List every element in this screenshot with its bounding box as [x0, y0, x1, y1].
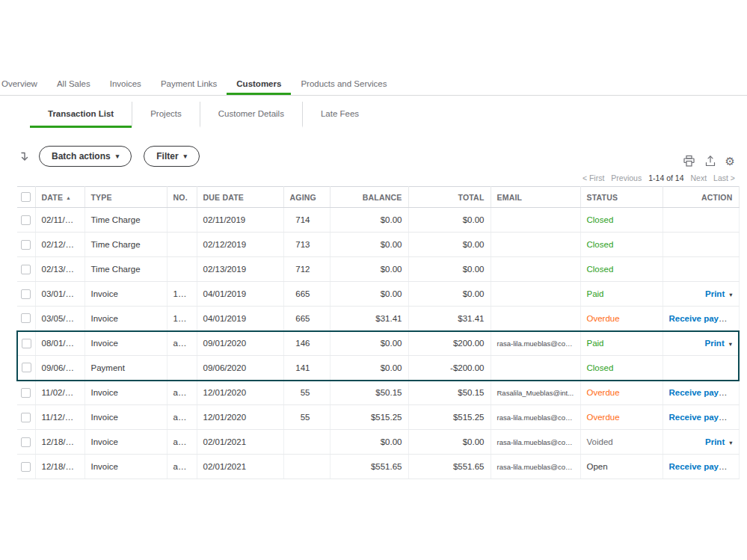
- cell-due-date: 02/12/2019: [197, 233, 283, 257]
- table-row[interactable]: 12/18/2020 Invoice abc94 02/01/2021 $551…: [17, 455, 739, 479]
- cell-date: 02/13/2019: [35, 257, 84, 282]
- printer-icon[interactable]: [683, 155, 695, 167]
- column-header-total[interactable]: TOTAL: [408, 187, 491, 208]
- cell-total: $50.15: [408, 381, 491, 405]
- table-row[interactable]: 11/12/2020 Invoice abc85 12/01/2020 55 $…: [17, 405, 739, 430]
- column-header-email[interactable]: EMAIL: [491, 187, 580, 208]
- chevron-down-icon[interactable]: ▾: [729, 439, 732, 446]
- row-action-link[interactable]: Receive payment: [669, 388, 740, 397]
- status-badge: Paid: [587, 289, 604, 298]
- cell-type: Payment: [84, 356, 167, 381]
- cell-balance: $0.00: [330, 233, 408, 257]
- select-all-checkbox[interactable]: [21, 192, 31, 202]
- cell-no: 12854: [167, 307, 197, 331]
- table-row[interactable]: 02/12/2019 Time Charge 02/12/2019 713 $0…: [17, 233, 739, 257]
- table-row[interactable]: 02/13/2019 Time Charge 02/13/2019 712 $0…: [17, 257, 739, 282]
- row-checkbox[interactable]: [21, 215, 31, 225]
- cell-balance: $0.00: [330, 331, 408, 356]
- batch-actions-button[interactable]: Batch actions ▾: [39, 146, 132, 167]
- row-checkbox[interactable]: [22, 339, 31, 348]
- pagination-range: 1-14 of 14: [648, 173, 683, 182]
- subtab-customer-details[interactable]: Customer Details: [200, 102, 302, 128]
- pagination-first[interactable]: < First: [582, 173, 604, 182]
- chevron-down-icon[interactable]: ▾: [729, 340, 732, 348]
- sort-direction-icon[interactable]: [18, 150, 30, 163]
- row-action-link[interactable]: Receive payment: [669, 413, 740, 422]
- customer-sub-nav: Transaction List Projects Customer Detai…: [30, 102, 377, 128]
- toolbar: Batch actions ▾ Filter ▾: [18, 146, 212, 167]
- row-action-link[interactable]: Receive payment: [669, 462, 740, 471]
- row-checkbox[interactable]: [21, 313, 31, 323]
- cell-type: Time Charge: [84, 208, 167, 233]
- chevron-down-icon: ▾: [184, 153, 188, 160]
- tab-products-and-services[interactable]: Products and Services: [291, 75, 396, 95]
- row-checkbox[interactable]: [21, 388, 31, 398]
- table-row[interactable]: 02/11/2019 Time Charge 02/11/2019 714 $0…: [17, 208, 739, 233]
- cell-date: 09/06/2020: [35, 356, 84, 381]
- subtab-transaction-list[interactable]: Transaction List: [30, 102, 132, 128]
- column-header-type[interactable]: TYPE: [84, 187, 167, 208]
- status-badge: Paid: [587, 339, 604, 348]
- cell-total: $0.00: [408, 233, 491, 257]
- cell-type: Invoice: [84, 430, 167, 455]
- chevron-down-icon[interactable]: ▾: [729, 291, 732, 298]
- pagination-last[interactable]: Last >: [713, 173, 735, 182]
- cell-total: $0.00: [408, 257, 491, 282]
- tab-all-sales[interactable]: All Sales: [47, 75, 100, 95]
- transactions-tbody: 02/11/2019 Time Charge 02/11/2019 714 $0…: [17, 208, 739, 479]
- filter-button[interactable]: Filter ▾: [144, 146, 200, 167]
- table-row[interactable]: 03/01/2019 Invoice 12848 04/01/2019 665 …: [17, 282, 739, 307]
- row-checkbox[interactable]: [21, 462, 31, 472]
- row-action-link[interactable]: Print: [705, 289, 725, 298]
- table-row[interactable]: 03/05/2019 Invoice 12854 04/01/2019 665 …: [17, 307, 739, 331]
- cell-type: Invoice: [84, 405, 167, 430]
- cell-aging: 665: [283, 307, 330, 331]
- cell-email: rasa-lila.mueblas@con...: [491, 430, 580, 455]
- pagination-previous[interactable]: Previous: [611, 173, 642, 182]
- cell-email: Rasalila_Mueblas@int...: [491, 381, 580, 405]
- table-header-row: DATE▲ TYPE NO. DUE DATE AGING BALANCE TO…: [17, 187, 739, 208]
- row-action-link[interactable]: Print: [705, 339, 725, 348]
- row-checkbox[interactable]: [21, 265, 31, 274]
- column-header-no[interactable]: NO.: [167, 187, 197, 208]
- row-action-link[interactable]: Print: [705, 437, 725, 446]
- pagination-next[interactable]: Next: [691, 173, 707, 182]
- transaction-table: DATE▲ TYPE NO. DUE DATE AGING BALANCE TO…: [16, 186, 740, 479]
- row-action-link[interactable]: Receive payment: [669, 314, 740, 323]
- row-checkbox[interactable]: [21, 289, 31, 299]
- column-header-status[interactable]: STATUS: [580, 187, 663, 208]
- tab-payment-links[interactable]: Payment Links: [151, 75, 227, 95]
- status-badge: Overdue: [587, 413, 620, 422]
- column-header-aging[interactable]: AGING: [283, 187, 330, 208]
- pagination: < First Previous 1-14 of 14 Next Last >: [582, 173, 735, 182]
- gear-icon[interactable]: ⚙: [725, 156, 735, 167]
- column-header-date[interactable]: DATE▲: [35, 187, 84, 208]
- table-row[interactable]: 08/01/2020 Invoice abc1... 09/01/2020 14…: [17, 331, 739, 356]
- subtab-projects[interactable]: Projects: [132, 102, 200, 128]
- row-checkbox[interactable]: [21, 413, 31, 422]
- table-row[interactable]: 12/18/2020 Invoice abc93 02/01/2021 $0.0…: [17, 430, 739, 455]
- cell-date: 08/01/2020: [35, 331, 84, 356]
- status-badge: Open: [587, 462, 608, 471]
- cell-email: [491, 356, 580, 381]
- cell-type: Time Charge: [84, 257, 167, 282]
- cell-total: $551.65: [408, 455, 491, 479]
- export-icon[interactable]: [704, 155, 716, 167]
- cell-due-date: 04/01/2019: [197, 307, 283, 331]
- row-checkbox[interactable]: [22, 363, 31, 372]
- cell-type: Invoice: [84, 381, 167, 405]
- cell-due-date: 12/01/2020: [197, 405, 283, 430]
- row-checkbox[interactable]: [21, 240, 31, 250]
- cell-aging: 665: [283, 282, 330, 307]
- tab-invoices[interactable]: Invoices: [100, 75, 151, 95]
- table-row[interactable]: 11/02/2020 Invoice abc80 12/01/2020 55 $…: [17, 381, 739, 405]
- cell-aging: [283, 455, 330, 479]
- column-header-balance[interactable]: BALANCE: [330, 187, 408, 208]
- table-row[interactable]: 09/06/2020 Payment 09/06/2020 141 $0.00 …: [17, 356, 739, 381]
- row-checkbox[interactable]: [21, 437, 31, 447]
- cell-no: 12848: [167, 282, 197, 307]
- subtab-late-fees[interactable]: Late Fees: [302, 102, 377, 128]
- column-header-due-date[interactable]: DUE DATE: [197, 187, 283, 208]
- tab-customers[interactable]: Customers: [227, 75, 291, 95]
- tab-overview[interactable]: Overview: [0, 75, 47, 95]
